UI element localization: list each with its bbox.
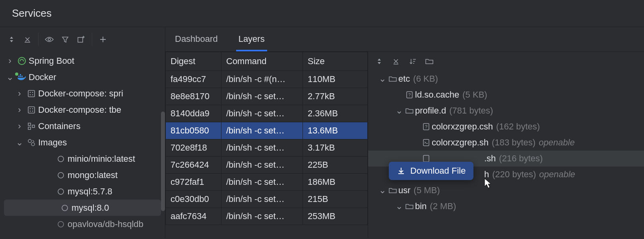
tree-node-image[interactable]: opavlova/db-hsqldb (0, 216, 165, 232)
svg-point-16 (32, 110, 33, 112)
folder-icon (404, 107, 415, 114)
dir-row[interactable]: ⌄ bin (2 MB) (368, 198, 644, 214)
svg-rect-12 (28, 107, 35, 113)
cell-size: 225B (303, 157, 368, 174)
table-row[interactable]: 702e8f18/bin/sh -c set…3.17kB (166, 139, 368, 157)
services-tree[interactable]: › Spring Boot ⌄ Docker › Docker- (0, 52, 165, 238)
table-row[interactable]: c972faf1/bin/sh -c set…186MB (166, 174, 368, 191)
tree-node-images[interactable]: ⌄ Images (0, 134, 165, 151)
file-size: (220 bytes) (492, 169, 536, 180)
table-row[interactable]: c0e30db0/bin/sh -c set…215B (166, 191, 368, 208)
chevron-down-icon[interactable]: ⌄ (4, 72, 16, 82)
col-command[interactable]: Command (221, 52, 303, 71)
cell-command: /bin/sh -c set… (221, 139, 303, 157)
file-size: (6 KB) (413, 74, 438, 84)
chevron-down-icon[interactable]: ⌄ (378, 185, 387, 196)
tree-label: mongo:latest (67, 170, 118, 180)
cell-command: /bin/sh -c set… (221, 88, 303, 105)
svg-point-9 (32, 92, 33, 93)
cell-digest: 81cb0580 (166, 122, 221, 139)
cell-size: 253MB (303, 208, 368, 225)
table-row[interactable]: 7c266424/bin/sh -c set…225B (166, 157, 368, 174)
tree-node-compose[interactable]: › Docker-compose: spri (0, 85, 165, 102)
file-row[interactable]: ? colorxzgrep.csh (162 bytes) (368, 119, 644, 135)
circle-icon (55, 188, 67, 195)
tree-label: Containers (37, 121, 80, 131)
svg-point-23 (58, 172, 64, 178)
col-digest[interactable]: Digest (166, 52, 221, 71)
unknown-file-icon: ? (404, 91, 415, 99)
tree-node-compose[interactable]: › Docker-compose: tbe (0, 102, 165, 118)
expand-collapse-icon[interactable] (374, 57, 384, 66)
file-row[interactable]: ? ld.so.cache (5 KB) (368, 87, 644, 103)
file-name: usr (398, 185, 411, 196)
cell-digest: 7c266424 (166, 157, 221, 174)
tree-label: Images (37, 137, 67, 148)
layers-table-pane: Digest Command Size fa499cc7/bin/sh -c #… (165, 52, 368, 238)
collapse-all-icon[interactable] (391, 57, 401, 66)
chevron-right-icon[interactable]: › (14, 88, 25, 99)
expand-collapse-icon[interactable] (6, 34, 17, 45)
sort-icon[interactable] (408, 57, 417, 66)
tree-node-image[interactable]: mongo:latest (0, 167, 165, 183)
file-name: ld.so.cache (415, 90, 459, 100)
svg-rect-19 (32, 125, 35, 127)
dir-row[interactable]: ⌄ usr (5 MB) (368, 182, 644, 198)
popup-label: Download File (410, 166, 466, 176)
folder-icon (404, 203, 415, 210)
dir-row[interactable]: ⌄ profile.d (781 bytes) (368, 103, 644, 119)
col-size[interactable]: Size (303, 52, 368, 71)
chevron-down-icon[interactable]: ⌄ (394, 201, 404, 212)
dir-row[interactable]: ⌄ etc (6 KB) (368, 71, 644, 87)
tree-node-image[interactable]: minio/minio:latest (0, 151, 165, 167)
mouse-cursor-icon (483, 178, 492, 189)
tab-dashboard[interactable]: Dashboard (173, 27, 220, 51)
springboot-icon (16, 56, 28, 66)
table-row[interactable]: 8140dda9/bin/sh -c set…2.36MB (166, 105, 368, 122)
table-row[interactable]: fa499cc7/bin/sh -c #(n…110MB (166, 71, 368, 88)
tree-node-docker[interactable]: ⌄ Docker (0, 69, 165, 85)
chevron-down-icon[interactable]: ⌄ (378, 74, 387, 84)
filter-icon[interactable] (60, 34, 70, 45)
cell-digest: 8e8e8170 (166, 88, 221, 105)
tree-node-image-selected[interactable]: mysql:8.0 (4, 200, 161, 216)
docker-icon (16, 73, 28, 81)
add-icon[interactable] (98, 34, 108, 45)
tab-layers[interactable]: Layers (236, 27, 267, 51)
collapse-all-icon[interactable] (22, 34, 33, 45)
download-file-popup[interactable]: Download File (389, 162, 473, 180)
images-icon (25, 139, 37, 147)
chevron-right-icon[interactable]: › (14, 105, 25, 115)
chevron-down-icon[interactable]: ⌄ (14, 137, 25, 148)
file-size: (5 KB) (462, 90, 487, 100)
table-row[interactable]: 8e8e8170/bin/sh -c set…2.77kB (166, 88, 368, 105)
svg-point-14 (32, 108, 33, 109)
cell-size: 2.36MB (303, 105, 368, 122)
tree-node-containers[interactable]: › Containers (0, 118, 165, 134)
svg-point-21 (31, 143, 35, 146)
file-row[interactable]: colorxzgrep.sh (183 bytes) openable (368, 135, 644, 151)
file-tree[interactable]: ⌄ etc (6 KB) ? ld.so.cache (5 KB) ⌄ prof… (368, 71, 644, 238)
table-row[interactable]: aafc7634/bin/sh -c set…253MB (166, 208, 368, 225)
cell-digest: aafc7634 (166, 208, 221, 225)
tree-label: Docker (28, 72, 56, 82)
new-window-icon[interactable] (76, 34, 86, 45)
status-dot (15, 72, 18, 76)
services-sidebar: › Spring Boot ⌄ Docker › Docker- (0, 27, 165, 238)
cell-digest: c0e30db0 (166, 191, 221, 208)
file-tree-pane: ⌄ etc (6 KB) ? ld.so.cache (5 KB) ⌄ prof… (368, 52, 644, 238)
folder-icon[interactable] (425, 57, 434, 66)
chevron-down-icon[interactable]: ⌄ (394, 106, 404, 116)
tree-node-image[interactable]: mysql:5.7.8 (0, 183, 165, 200)
cell-size: 3.17kB (303, 139, 368, 157)
svg-point-20 (28, 139, 31, 143)
tree-node-springboot[interactable]: › Spring Boot (0, 53, 165, 69)
svg-rect-4 (20, 76, 21, 77)
chevron-right-icon[interactable]: › (4, 56, 16, 66)
svg-text:?: ? (425, 124, 427, 129)
chevron-right-icon[interactable]: › (14, 121, 25, 131)
tree-label: minio/minio:latest (67, 154, 135, 164)
layers-table[interactable]: Digest Command Size fa499cc7/bin/sh -c #… (165, 52, 368, 225)
table-row[interactable]: 81cb0580/bin/sh -c set…13.6MB (166, 122, 368, 139)
eye-icon[interactable] (44, 34, 54, 45)
